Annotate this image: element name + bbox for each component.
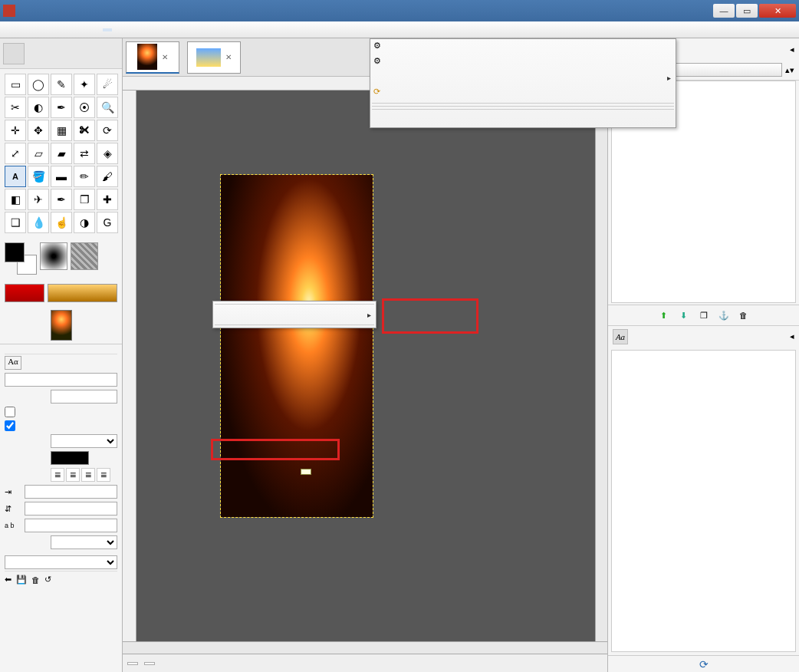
active-image-thumb[interactable] bbox=[51, 310, 72, 341]
antialias-checkbox[interactable] bbox=[5, 420, 15, 431]
justify-center-icon[interactable]: ≡ bbox=[81, 468, 95, 482]
tool-scissors[interactable]: ✂ bbox=[5, 97, 26, 118]
tool-align[interactable]: ▦ bbox=[51, 120, 72, 141]
gradient-preview[interactable] bbox=[5, 284, 44, 302]
zoom-selector[interactable] bbox=[144, 662, 155, 665]
fg-bg-swatch[interactable] bbox=[5, 242, 37, 275]
justify-right-icon[interactable]: ≡ bbox=[66, 468, 80, 482]
unit-selector[interactable] bbox=[127, 662, 138, 665]
toolbox-tab-icon[interactable] bbox=[3, 43, 25, 64]
vscrollbar[interactable] bbox=[595, 91, 607, 641]
tool-by-color[interactable]: ☄ bbox=[97, 74, 118, 95]
tool-ink[interactable]: ✒ bbox=[51, 189, 72, 210]
tool-zoom[interactable]: 🔍 bbox=[97, 97, 118, 118]
minimize-button[interactable]: — bbox=[713, 4, 735, 18]
block-select[interactable] bbox=[51, 535, 117, 549]
opt-del-icon[interactable]: 🗑 bbox=[31, 575, 40, 585]
dock-menu-icon[interactable]: ◂ bbox=[790, 44, 794, 54]
opt-save-icon[interactable]: 💾 bbox=[16, 575, 27, 585]
menu-colors[interactable] bbox=[78, 28, 87, 31]
mi-apply-all-layers[interactable] bbox=[370, 112, 676, 127]
tool-foreground[interactable]: ◐ bbox=[28, 97, 49, 118]
mi-recent[interactable] bbox=[370, 70, 676, 85]
tool-paths[interactable]: ✒ bbox=[51, 97, 72, 118]
tool-smudge[interactable]: ☝ bbox=[51, 212, 72, 233]
tool-rect-select[interactable]: ▭ bbox=[5, 74, 26, 95]
menu-video[interactable] bbox=[152, 28, 161, 31]
justify-left-icon[interactable]: ≡ bbox=[51, 468, 64, 482]
tool-perspective[interactable]: ▰ bbox=[51, 143, 72, 164]
tool-blur[interactable]: 💧 bbox=[28, 212, 49, 233]
tool-color-picker[interactable]: ⦿ bbox=[74, 97, 95, 118]
layer-up-icon[interactable]: ⬆ bbox=[657, 308, 671, 322]
tool-fuzzy-select[interactable]: ✦ bbox=[74, 74, 95, 95]
tool-extra[interactable]: G bbox=[97, 212, 118, 233]
menu-help[interactable] bbox=[176, 28, 186, 31]
close-tab-icon[interactable]: ✕ bbox=[162, 53, 168, 61]
lang-select[interactable] bbox=[5, 555, 117, 569]
menu-windows[interactable] bbox=[164, 28, 173, 31]
tool-perspective-clone[interactable]: ❑ bbox=[5, 212, 26, 233]
tool-paintbrush[interactable]: 🖌 bbox=[97, 166, 118, 187]
tool-shear[interactable]: ▱ bbox=[28, 143, 49, 164]
tool-flip[interactable]: ⇄ bbox=[74, 143, 95, 164]
color-button[interactable] bbox=[51, 451, 89, 465]
fonts-tab-icon[interactable]: Aa bbox=[613, 329, 628, 344]
hscrollbar[interactable] bbox=[123, 641, 607, 654]
menu-image[interactable] bbox=[54, 28, 63, 31]
tool-crop[interactable]: ✀ bbox=[74, 120, 95, 141]
tool-heal[interactable]: ✚ bbox=[97, 189, 118, 210]
menu-edit[interactable] bbox=[17, 28, 26, 31]
menu-file[interactable] bbox=[5, 28, 14, 31]
font-input[interactable] bbox=[5, 373, 117, 387]
menu-bnksb[interactable] bbox=[115, 28, 124, 31]
tool-scale[interactable]: ⤢ bbox=[5, 143, 26, 164]
use-dialog-checkbox[interactable] bbox=[5, 407, 15, 417]
menu-tools[interactable] bbox=[90, 28, 100, 31]
menu-pythonfu[interactable] bbox=[127, 28, 136, 31]
tool-cage[interactable]: ◈ bbox=[97, 143, 118, 164]
mi-repeat[interactable]: ⚙ bbox=[370, 39, 676, 54]
mi-settings[interactable] bbox=[213, 307, 376, 322]
opacity-stepper[interactable]: ▴▾ bbox=[785, 65, 794, 75]
layer-del-icon[interactable]: 🗑 bbox=[737, 308, 751, 322]
tool-bucket[interactable]: 🪣 bbox=[28, 166, 49, 187]
tool-text[interactable]: A bbox=[5, 166, 26, 187]
image-tab-2[interactable]: ✕ bbox=[187, 41, 241, 74]
menu-layer[interactable] bbox=[66, 28, 75, 31]
indent-input[interactable] bbox=[25, 485, 117, 499]
tool-dodge[interactable]: ◑ bbox=[74, 212, 95, 233]
image-tab-1[interactable]: ✕ bbox=[126, 41, 179, 74]
mi-reshow[interactable]: ⚙ bbox=[370, 54, 676, 70]
canvas[interactable] bbox=[136, 91, 595, 641]
tool-eraser[interactable]: ◧ bbox=[5, 189, 26, 210]
tool-measure[interactable]: ✛ bbox=[5, 120, 26, 141]
opt-reset2-icon[interactable]: ↺ bbox=[44, 575, 51, 585]
layer-anchor-icon[interactable]: ⚓ bbox=[717, 308, 731, 322]
tool-pencil[interactable]: ✏ bbox=[74, 166, 95, 187]
justify-fill-icon[interactable]: ≡ bbox=[97, 468, 110, 482]
dock-menu-icon[interactable]: ◂ bbox=[790, 331, 794, 341]
tool-move[interactable]: ✥ bbox=[28, 120, 49, 141]
hinting-select[interactable] bbox=[51, 434, 117, 448]
tool-free-select[interactable]: ✎ bbox=[51, 74, 72, 95]
tool-rotate[interactable]: ⟳ bbox=[97, 120, 118, 141]
line-spacing-input[interactable] bbox=[25, 502, 117, 516]
refresh-fonts-icon[interactable]: ⟳ bbox=[608, 655, 799, 672]
tool-clone[interactable]: ❐ bbox=[74, 189, 95, 210]
brush-preview[interactable] bbox=[40, 242, 67, 270]
pattern-preview[interactable] bbox=[71, 242, 98, 270]
menu-select[interactable] bbox=[29, 28, 38, 31]
menu-scriptfu[interactable] bbox=[140, 28, 149, 31]
gradient-gold[interactable] bbox=[48, 284, 117, 302]
close-button[interactable]: ✕ bbox=[759, 4, 796, 18]
tool-ellipse-select[interactable]: ◯ bbox=[28, 74, 49, 95]
layer-dup-icon[interactable]: ❐ bbox=[697, 308, 711, 322]
maximize-button[interactable]: ▭ bbox=[736, 4, 758, 18]
letter-spacing-input[interactable] bbox=[25, 519, 117, 532]
menu-filters[interactable] bbox=[103, 28, 112, 31]
mi-reset-filters[interactable]: ⟳ bbox=[370, 85, 676, 100]
menu-view[interactable] bbox=[41, 28, 51, 31]
size-input[interactable] bbox=[51, 390, 117, 404]
tool-blend[interactable]: ▬ bbox=[51, 166, 72, 187]
